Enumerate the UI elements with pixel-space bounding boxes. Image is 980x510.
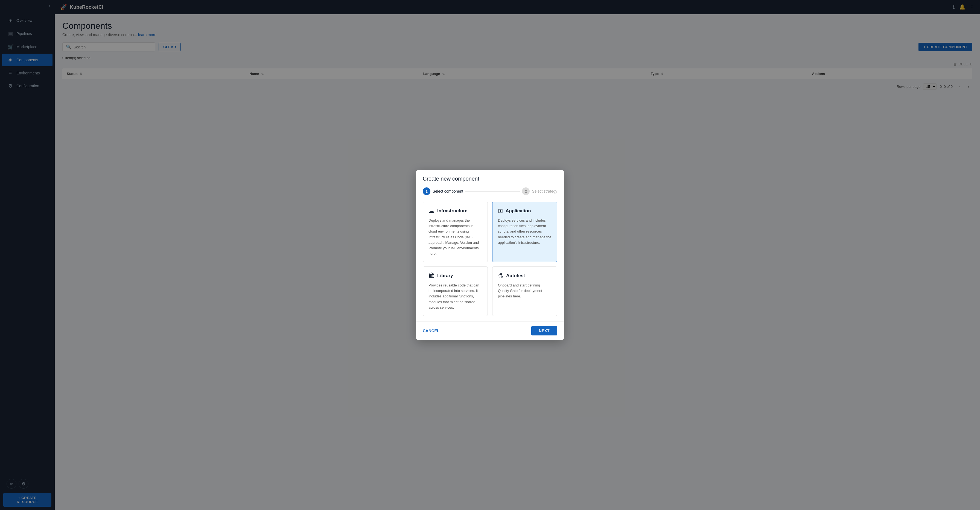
application-description: Deploys services and includes configurat…: [498, 218, 552, 245]
autotest-card[interactable]: ⚗ Autotest Onboard and start defining Qu…: [492, 266, 557, 316]
step-1-label: Select component: [433, 189, 463, 193]
library-title: Library: [437, 273, 453, 279]
autotest-description: Onboard and start defining Quality Gate …: [498, 283, 552, 299]
library-description: Provides reusable code that can be incor…: [428, 283, 482, 310]
create-component-modal: Create new component 1 Select component …: [416, 170, 564, 340]
application-card-header: ⊞ Application: [498, 207, 552, 215]
infrastructure-title: Infrastructure: [437, 208, 468, 214]
next-button[interactable]: NEXT: [531, 326, 557, 335]
step-1: 1 Select component: [423, 187, 463, 195]
step-2-label: Select strategy: [532, 189, 557, 193]
infrastructure-card[interactable]: ☁ Infrastructure Deploys and manages the…: [423, 202, 488, 262]
autotest-card-header: ⚗ Autotest: [498, 272, 552, 279]
step-line: [465, 191, 520, 191]
step-2: 2 Select strategy: [522, 187, 557, 195]
cancel-button[interactable]: CANCEL: [423, 328, 439, 333]
step-1-circle: 1: [423, 187, 430, 195]
library-card-header: 🏛 Library: [428, 272, 482, 279]
autotest-title: Autotest: [506, 273, 525, 279]
autotest-icon: ⚗: [498, 272, 503, 279]
library-icon: 🏛: [428, 272, 434, 279]
application-title: Application: [506, 208, 531, 214]
modal-header: Create new component 1 Select component …: [416, 170, 564, 195]
infrastructure-card-header: ☁ Infrastructure: [428, 207, 482, 215]
application-icon: ⊞: [498, 207, 503, 215]
modal-title: Create new component: [423, 176, 557, 182]
step-2-circle: 2: [522, 187, 530, 195]
application-card[interactable]: ⊞ Application Deploys services and inclu…: [492, 202, 557, 262]
infrastructure-icon: ☁: [428, 207, 434, 215]
infrastructure-description: Deploys and manages the infrastructure c…: [428, 218, 482, 257]
stepper: 1 Select component 2 Select strategy: [423, 187, 557, 195]
modal-footer: CANCEL NEXT: [416, 322, 564, 340]
library-card[interactable]: 🏛 Library Provides reusable code that ca…: [423, 266, 488, 316]
modal-overlay[interactable]: Create new component 1 Select component …: [0, 0, 980, 510]
component-card-grid: ☁ Infrastructure Deploys and manages the…: [416, 202, 564, 322]
